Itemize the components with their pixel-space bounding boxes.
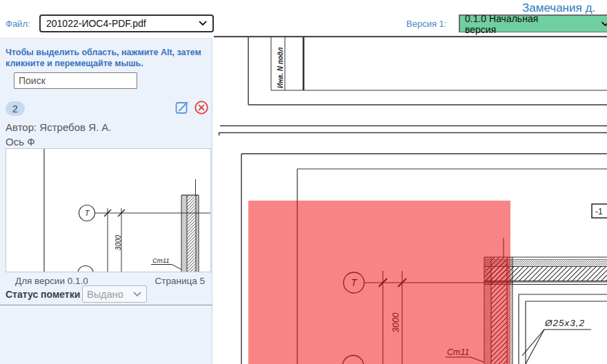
status-dropdown[interactable]: Выдано xyxy=(82,285,147,303)
status-dropdown-value: Выдано xyxy=(87,289,123,300)
chevron-down-icon xyxy=(199,21,207,26)
thumb-axis-letter: Т xyxy=(85,209,90,217)
annotation-number-badge: 2 xyxy=(6,101,25,116)
file-dropdown[interactable]: 201022-ИОС4-PDF.pdf xyxy=(39,14,214,32)
annotation-thumbnail[interactable]: Т 3000 Ст11 xyxy=(6,148,211,272)
thumbnail-drawing: Т 3000 Ст11 xyxy=(6,149,210,272)
chevron-down-icon xyxy=(133,292,141,297)
search-input[interactable] xyxy=(14,72,137,89)
delete-icon[interactable] xyxy=(194,100,209,115)
version-label: Версия 1: xyxy=(406,19,446,29)
sheet1-fragment xyxy=(248,37,607,105)
level-mark-box: -1 xyxy=(592,204,607,218)
annotations-sidebar: Чтобы выделить область, нажмите Alt, зат… xyxy=(0,38,212,364)
pipe-mark: Ø25x3,2 xyxy=(544,318,585,328)
card-divider xyxy=(0,305,212,305)
annotation-highlight-region[interactable] xyxy=(248,201,510,364)
annotation-author: Автор: Ястребов Я. А. xyxy=(6,121,112,133)
thumb-dimension-text: 3000 xyxy=(115,234,122,250)
file-label: Файл: xyxy=(6,19,30,29)
pdf-viewer[interactable]: Инв. N подл Т 3000 xyxy=(214,36,607,364)
version-dropdown[interactable]: 0.1.0 Начальная версия xyxy=(459,14,607,32)
pdf-page-drawing: Инв. N подл Т 3000 xyxy=(214,36,607,364)
edit-icon[interactable] xyxy=(174,99,190,116)
annotation-version-note: Для версии 0.1.0 xyxy=(15,276,88,286)
annotation-title: Ось Ф xyxy=(6,136,35,148)
file-dropdown-value: 201022-ИОС4-PDF.pdf xyxy=(46,18,196,29)
page-break-lines xyxy=(219,126,607,136)
viewer-top-border xyxy=(214,36,607,37)
annotation-page-note: Страница 5 xyxy=(155,276,205,286)
thumb-wall-mark: Ст11 xyxy=(152,256,170,264)
version-dropdown-value: 0.1.0 Начальная версия xyxy=(465,13,559,35)
level-mark: -1 xyxy=(595,207,603,216)
status-label: Статус пометки xyxy=(6,289,80,300)
selection-hint: Чтобы выделить область, нажмите Alt, зат… xyxy=(6,47,207,69)
stamp-column-text: Инв. N подл xyxy=(277,47,284,88)
top-toolbar: Замечания д. Файл: 201022-ИОС4-PDF.pdf В… xyxy=(0,0,607,38)
pipe-callout: Ø25x3,2 xyxy=(522,318,591,364)
chevron-down-icon xyxy=(601,21,607,27)
